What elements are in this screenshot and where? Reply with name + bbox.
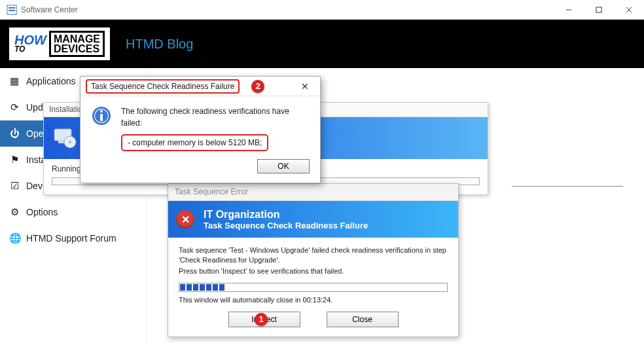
svg-point-14 [100,110,103,113]
divider [512,186,623,187]
logo-text-manage: MANAGE [54,34,100,44]
sidebar-item-label: Applications [26,76,76,86]
grid-icon: ▦ [9,76,20,86]
failure-dialog-title: Task Sequence Check Readiness Failure [86,79,240,94]
svg-rect-2 [9,10,15,11]
sidebar-item-options[interactable]: ⚙Options [0,199,146,225]
logo-text-devices: DEVICES [54,44,100,54]
maximize-button[interactable] [584,0,614,20]
computer-cd-icon [52,125,78,151]
sidebar-item-label: HTMD Support Forum [26,233,116,244]
error-subtitle: Task Sequence Check Readiness Failure [204,221,368,230]
failure-reason: - computer memory is below 5120 MB; [121,134,268,151]
close-button[interactable] [614,0,644,20]
refresh-icon: ⟳ [9,102,20,113]
power-icon: ⏻ [9,128,20,139]
error-line-2: Press button 'Inspect' to see verificati… [179,266,448,276]
task-sequence-error-title: Task Sequence Error [168,184,458,201]
org-label: IT Organization [204,209,368,221]
svg-rect-1 [9,7,15,9]
gear-icon: ⚙ [9,207,20,217]
checklist-icon: ☑ [9,181,20,191]
window-controls [554,0,644,20]
failure-heading: The following check readiness verificati… [121,105,310,129]
window-titlebar: Software Center [0,0,644,20]
error-line-1: Task sequence 'Test - Windows Upgrade' f… [179,245,448,265]
close-error-button[interactable]: Close [327,312,399,327]
task-sequence-error-header: ✕ IT Organization Task Sequence Check Re… [168,201,458,238]
ok-button[interactable]: OK [257,159,310,173]
auto-close-label: This window will automatically close in … [179,296,448,304]
error-x-icon: ✕ [176,210,194,228]
brand-banner: HOWTO MANAGEDEVICES HTMD Blog [0,20,644,68]
minimize-button[interactable] [554,0,584,20]
app-icon [7,5,17,15]
logo: HOWTO MANAGEDEVICES [9,27,110,60]
callout-badge-1: 1 [255,313,268,326]
flag-icon: ⚑ [9,154,20,165]
globe-icon: 🌐 [9,233,20,244]
svg-rect-4 [596,7,601,12]
task-sequence-error-window: Task Sequence Error ✕ IT Organization Ta… [168,183,459,337]
callout-badge-2: 2 [251,80,264,93]
blog-title: HTMD Blog [126,37,193,52]
svg-point-10 [69,141,71,143]
sidebar-item-label: Options [26,207,58,217]
sidebar-item-support-forum[interactable]: 🌐HTMD Support Forum [0,225,146,251]
info-icon [91,105,112,126]
svg-rect-15 [100,114,103,121]
check-readiness-failure-dialog: Task Sequence Check Readiness Failure 2 … [80,76,321,183]
window-title: Software Center [21,5,78,14]
countdown-progress-bar [179,283,448,292]
close-icon[interactable]: ✕ [295,81,315,92]
